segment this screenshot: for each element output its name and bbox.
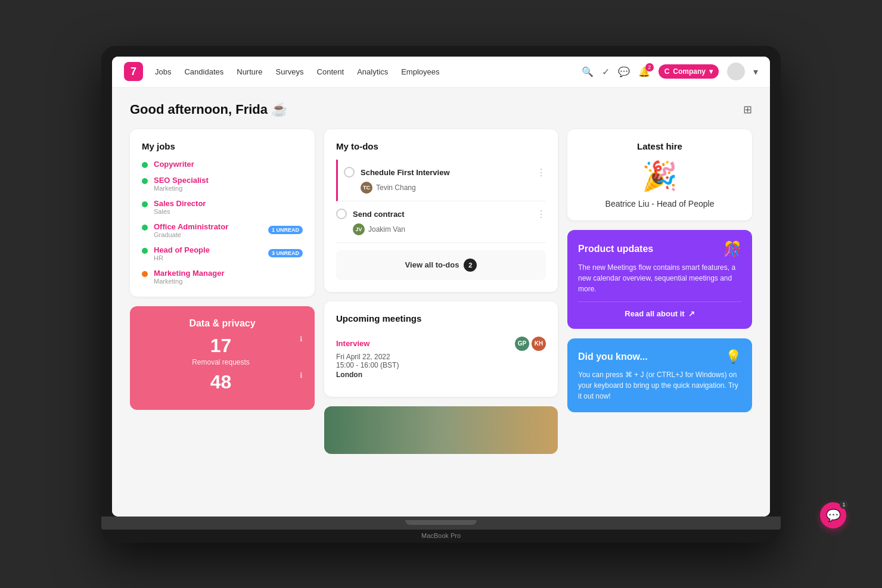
my-jobs-title: My jobs (142, 141, 303, 151)
job-item: Sales Director Sales (142, 199, 303, 215)
job-status-dot (142, 248, 148, 254)
info-icon-2[interactable]: ℹ (300, 371, 303, 379)
bell-icon[interactable]: 🔔 2 (638, 66, 650, 77)
todo-top: Send contract ⋮ (336, 209, 546, 220)
todo-title: Send contract (353, 210, 405, 219)
job-department: Marketing (154, 185, 209, 192)
user-menu-chevron[interactable]: ▾ (753, 66, 758, 77)
info-icon-1[interactable]: ℹ (300, 335, 303, 343)
meeting-name[interactable]: Interview (336, 339, 369, 348)
my-jobs-card: My jobs Copywriter SEO Specialist Market… (130, 129, 315, 297)
job-name[interactable]: Head of People (154, 245, 210, 254)
nav-employees[interactable]: Employees (401, 67, 439, 76)
job-item: Marketing Manager Marketing (142, 269, 303, 285)
todo-top: Schedule First Interview ⋮ (344, 167, 546, 178)
meeting-avatar: KH (532, 337, 546, 351)
company-button[interactable]: C Company ▾ (659, 64, 719, 79)
company-initial: C (664, 67, 670, 76)
job-item: Office Administrator Graduate 1 UNREAD (142, 222, 303, 238)
meeting-date: Fri April 22, 2022 (336, 353, 546, 361)
job-name[interactable]: SEO Specialist (154, 176, 209, 185)
job-left: Office Administrator Graduate (142, 222, 228, 238)
product-updates-header: Product updates 🎊 (578, 241, 741, 257)
nav-right: 🔍 ✓ 💬 🔔 2 C Company ▾ ▾ (582, 63, 758, 80)
job-info: Marketing Manager Marketing (154, 269, 224, 285)
nav-analytics[interactable]: Analytics (357, 67, 388, 76)
laptop-notch (405, 520, 477, 525)
page-header: Good afternoon, Frida ☕ ⊞ (130, 102, 752, 117)
filter-icon[interactable]: ⊞ (743, 103, 752, 116)
hire-name: Beatrice Liu - Head of People (579, 199, 740, 209)
chevron-down-icon: ▾ (709, 67, 713, 76)
nav-links: // Will be populated by JS Jobs Candidat… (155, 67, 582, 76)
job-left: Marketing Manager Marketing (142, 269, 224, 285)
product-updates-link[interactable]: Read all about it ↗ (578, 301, 741, 318)
job-info: Sales Director Sales (154, 199, 206, 215)
message-icon[interactable]: 💬 (618, 66, 630, 77)
hire-emoji: 🎉 (579, 160, 740, 193)
logo[interactable]: 7 (124, 62, 143, 81)
bulb-icon: 💡 (725, 349, 741, 365)
laptop-frame: 7 // Will be populated by JS Jobs Candid… (101, 46, 781, 543)
job-department: HR (154, 254, 210, 262)
todo-checkbox[interactable] (336, 209, 347, 219)
todo-item: Send contract ⋮ JV Joakim Van (336, 201, 546, 243)
product-updates-card: Product updates 🎊 The new Meetings flow … (567, 230, 752, 329)
notification-badge: 2 (645, 63, 654, 71)
job-list: Copywriter SEO Specialist Marketing Sale… (142, 160, 303, 285)
job-unread-badge: 3 UNREAD (268, 249, 303, 257)
second-count: 48 (210, 371, 232, 393)
did-you-know-card: Did you know... 💡 You can press ⌘ + J (o… (567, 338, 752, 412)
page-title: Good afternoon, Frida ☕ (130, 102, 287, 117)
todo-menu-icon[interactable]: ⋮ (536, 167, 546, 178)
chat-widget[interactable]: 💬 1 (820, 502, 846, 528)
todo-count-badge: 2 (464, 259, 477, 272)
job-info: Office Administrator Graduate (154, 222, 228, 238)
nav-nurture[interactable]: Nurture (237, 67, 262, 76)
meeting-avatars: GPKH (515, 337, 546, 351)
todo-person: JV Joakim Van (353, 223, 546, 235)
job-status-dot (142, 225, 148, 231)
todo-person: TC Tevin Chang (361, 182, 546, 194)
job-department: Graduate (154, 231, 228, 238)
navigation: 7 // Will be populated by JS Jobs Candid… (112, 57, 770, 88)
job-status-dot (142, 162, 148, 168)
todos-card: My to-dos Schedule First Interview ⋮ TC … (324, 129, 558, 292)
image-preview-inner (324, 406, 558, 454)
person-name: Tevin Chang (376, 183, 416, 192)
nav-content[interactable]: Content (317, 67, 344, 76)
todo-list: Schedule First Interview ⋮ TC Tevin Chan… (336, 160, 546, 243)
job-info: SEO Specialist Marketing (154, 176, 209, 192)
dyk-text: You can press ⌘ + J (or CTRL+J for Windo… (578, 369, 741, 402)
user-avatar[interactable] (727, 63, 745, 80)
check-icon[interactable]: ✓ (602, 66, 610, 77)
job-status-dot (142, 178, 148, 184)
job-left: Sales Director Sales (142, 199, 206, 215)
nav-candidates[interactable]: Candidates (184, 67, 223, 76)
job-info: Head of People HR (154, 245, 210, 262)
dyk-header: Did you know... 💡 (578, 349, 741, 365)
right-column: Latest hire 🎉 Beatrice Liu - Head of Peo… (567, 129, 752, 454)
image-preview (324, 406, 558, 454)
job-unread-badge: 1 UNREAD (268, 226, 303, 234)
todo-checkbox[interactable] (344, 167, 355, 178)
todo-item: Schedule First Interview ⋮ TC Tevin Chan… (336, 160, 546, 201)
todo-menu-icon[interactable]: ⋮ (536, 209, 546, 220)
job-department: Marketing (154, 278, 224, 285)
data-privacy-title: Data & privacy (142, 318, 303, 329)
chat-badge: 1 (840, 500, 848, 509)
product-updates-link-label: Read all about it (625, 309, 684, 318)
job-name[interactable]: Copywriter (154, 160, 194, 169)
external-link-icon: ↗ (688, 309, 695, 318)
job-name[interactable]: Sales Director (154, 199, 206, 208)
meeting-top: Interview GPKH (336, 337, 546, 351)
job-name[interactable]: Office Administrator (154, 222, 228, 231)
search-icon[interactable]: 🔍 (582, 66, 594, 77)
job-department: Sales (154, 208, 206, 215)
view-all-todos-button[interactable]: View all to-dos 2 (336, 250, 546, 280)
meeting-item: Interview GPKH Fri April 22, 2022 15:00 … (336, 331, 546, 385)
nav-surveys[interactable]: Surveys (276, 67, 304, 76)
job-name[interactable]: Marketing Manager (154, 269, 224, 278)
nav-jobs[interactable]: Jobs (155, 67, 171, 76)
product-updates-emoji: 🎊 (723, 241, 741, 257)
